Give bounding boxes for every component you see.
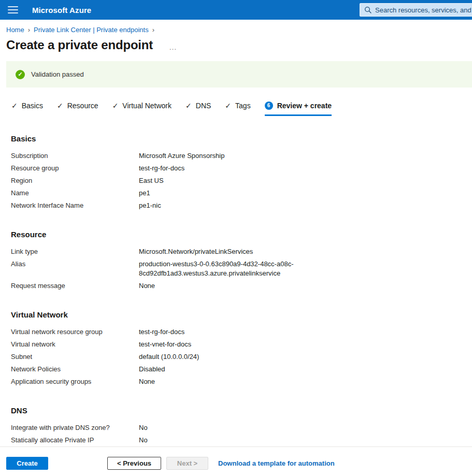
- row-label: Application security groups: [11, 377, 139, 386]
- row-label: Integrate with private DNS zone?: [11, 423, 139, 432]
- create-button[interactable]: Create: [6, 457, 48, 470]
- tab-dns[interactable]: ✓DNS: [185, 102, 211, 116]
- row-value: test-rg-for-docs: [139, 327, 184, 337]
- checkmark-icon: ✓: [112, 102, 119, 109]
- row-value: default (10.0.0.0/24): [139, 352, 199, 362]
- tab-label: Virtual Network: [122, 102, 171, 110]
- review-row: Application security groupsNone: [11, 376, 472, 388]
- review-row: Network Interface Namepe1-nic: [11, 199, 472, 212]
- review-row: Network PoliciesDisabled: [11, 363, 472, 376]
- section-title: Basics: [11, 134, 472, 143]
- review-sections: BasicsSubscriptionMicrosoft Azure Sponso…: [11, 134, 472, 446]
- row-label: Alias: [11, 259, 139, 278]
- tab-label: Basics: [22, 102, 43, 110]
- title-row: Create a private endpoint …: [6, 38, 472, 52]
- checkmark-icon: ✓: [185, 102, 192, 109]
- section-title: Virtual Network: [11, 310, 472, 319]
- tab-review-create[interactable]: 6Review + create: [265, 102, 332, 116]
- row-label: Virtual network resource group: [11, 327, 139, 337]
- footer-bar: Create < Previous Next > Download a temp…: [0, 446, 472, 476]
- section-dns: DNSIntegrate with private DNS zone?NoSta…: [11, 406, 472, 446]
- row-value: None: [139, 281, 155, 291]
- chevron-right-icon: ›: [28, 26, 30, 34]
- app-title: Microsoft Azure: [32, 6, 91, 15]
- global-search[interactable]: [360, 3, 472, 17]
- tab-virtual-network[interactable]: ✓Virtual Network: [112, 102, 171, 116]
- section-virtual-network: Virtual NetworkVirtual network resource …: [11, 310, 472, 388]
- tab-resource[interactable]: ✓Resource: [57, 102, 98, 116]
- success-check-icon: ✓: [16, 70, 25, 79]
- validation-banner: ✓ Validation passed: [6, 61, 472, 88]
- row-label: Network Interface Name: [11, 201, 139, 210]
- row-value: pe1-nic: [139, 201, 161, 210]
- breadcrumb-link-home[interactable]: Home: [6, 26, 24, 34]
- row-value: No: [139, 423, 148, 432]
- review-row: Integrate with private DNS zone?No: [11, 422, 472, 434]
- tab-basics[interactable]: ✓Basics: [11, 102, 43, 116]
- row-value: Disabled: [139, 365, 165, 374]
- step-number-badge: 6: [265, 102, 273, 110]
- search-icon: [364, 6, 371, 13]
- checkmark-icon: ✓: [11, 102, 18, 109]
- row-value: production-westus3-0-0.63c890a9-4d32-48c…: [139, 259, 304, 278]
- review-row: Subnetdefault (10.0.0.0/24): [11, 351, 472, 363]
- tab-label: DNS: [196, 102, 211, 110]
- review-row: Virtual network resource grouptest-rg-fo…: [11, 326, 472, 338]
- page-title: Create a private endpoint: [6, 38, 153, 52]
- breadcrumb-link-private-link-center-private-endpoints[interactable]: Private Link Center | Private endpoints: [34, 26, 149, 34]
- download-template-link[interactable]: Download a template for automation: [218, 459, 335, 467]
- row-value: pe1: [139, 189, 150, 198]
- review-row: Namepe1: [11, 187, 472, 199]
- search-input[interactable]: [375, 6, 472, 14]
- more-options-icon[interactable]: …: [169, 43, 178, 51]
- section-title: Resource: [11, 230, 472, 239]
- row-label: Virtual network: [11, 340, 139, 349]
- review-row: Resource grouptest-rg-for-docs: [11, 162, 472, 175]
- chevron-right-icon: ›: [152, 26, 154, 34]
- validation-message: Validation passed: [31, 70, 84, 78]
- row-label: Name: [11, 189, 139, 198]
- row-value: None: [139, 377, 155, 386]
- row-value: Microsoft.Network/privateLinkServices: [139, 247, 253, 256]
- row-value: test-rg-for-docs: [139, 164, 184, 173]
- previous-button[interactable]: < Previous: [107, 457, 161, 470]
- row-label: Region: [11, 176, 139, 185]
- row-label: Subnet: [11, 352, 139, 362]
- review-row: Aliasproduction-westus3-0-0.63c890a9-4d3…: [11, 258, 472, 280]
- tab-label: Resource: [67, 102, 98, 110]
- hamburger-menu-icon[interactable]: [8, 6, 18, 13]
- row-value: Microsoft Azure Sponsorship: [139, 151, 224, 161]
- tab-label: Tags: [235, 102, 251, 110]
- tab-tags[interactable]: ✓Tags: [225, 102, 250, 116]
- section-resource: ResourceLink typeMicrosoft.Network/priva…: [11, 230, 472, 292]
- review-row: RegionEast US: [11, 175, 472, 187]
- review-row: Request messageNone: [11, 280, 472, 292]
- breadcrumb: Home›Private Link Center | Private endpo…: [6, 26, 472, 34]
- row-label: Resource group: [11, 164, 139, 173]
- row-value: No: [139, 436, 148, 445]
- checkmark-icon: ✓: [225, 102, 231, 109]
- review-row: Statically allocate Private IPNo: [11, 434, 472, 446]
- row-label: Statically allocate Private IP: [11, 436, 139, 445]
- row-label: Link type: [11, 247, 139, 256]
- row-label: Network Policies: [11, 365, 139, 374]
- row-value: test-vnet-for-docs: [139, 340, 191, 349]
- row-value: East US: [139, 176, 164, 185]
- section-basics: BasicsSubscriptionMicrosoft Azure Sponso…: [11, 134, 472, 212]
- tab-label: Review + create: [277, 102, 332, 110]
- checkmark-icon: ✓: [57, 102, 63, 109]
- review-row: SubscriptionMicrosoft Azure Sponsorship: [11, 150, 472, 162]
- row-label: Subscription: [11, 151, 139, 161]
- review-row: Virtual networktest-vnet-for-docs: [11, 338, 472, 351]
- azure-portal-page: Microsoft Azure Home›Private Link Center…: [0, 0, 472, 476]
- section-title: DNS: [11, 406, 472, 415]
- top-bar: Microsoft Azure: [0, 0, 472, 20]
- row-label: Request message: [11, 281, 139, 291]
- next-button[interactable]: Next >: [166, 457, 208, 470]
- tab-bar: ✓Basics✓Resource✓Virtual Network✓DNS✓Tag…: [11, 102, 472, 116]
- review-row: Link typeMicrosoft.Network/privateLinkSe…: [11, 246, 472, 258]
